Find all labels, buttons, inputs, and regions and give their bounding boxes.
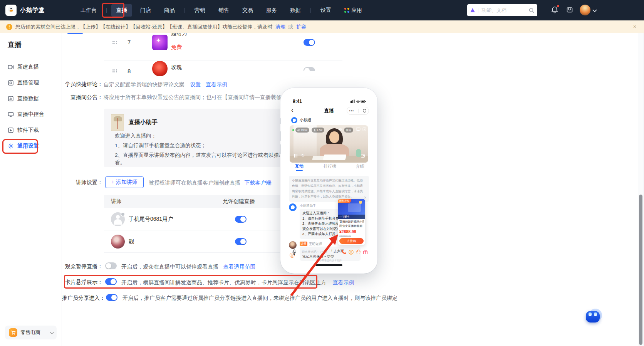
divider — [6, 323, 55, 323]
nav-item-workbench[interactable]: 工作台 — [75, 4, 102, 17]
chevron-down-icon[interactable] — [592, 8, 597, 12]
teacher-name: 王昭老师 — [309, 242, 322, 246]
sidebar-item-label: 通用设置 — [17, 143, 39, 149]
avatar — [111, 235, 125, 249]
gift-toggle[interactable] — [304, 67, 315, 74]
rotate-icon[interactable]: ↻ — [301, 153, 305, 158]
promoter-desc: 开启后，推广员客户需要通过所属推广员分享链接进入直播间，未绑定推广员的用户进入直… — [122, 295, 397, 302]
allow-create-toggle[interactable] — [235, 216, 247, 223]
chat-input[interactable]: 说点什么吧～ 问 — [300, 249, 330, 255]
sidebar-item-live-manage[interactable]: 直播管理 — [0, 76, 62, 89]
floating-product-card[interactable]: ✕ 限时折扣 •••讲解中 直播标题近现代中国 商业史直播标题超 ¥2888.9… — [338, 199, 365, 245]
promoter-toggle[interactable] — [106, 294, 117, 301]
tab-ranking[interactable]: 排行榜 — [324, 163, 336, 169]
call-icon[interactable] — [341, 249, 347, 255]
search-icon[interactable] — [529, 8, 534, 13]
card-float-desc: 开启后，横屏直播间讲解发送商品、推荐卡片、优惠券时，卡片悬浮显示在讨论区上方 — [121, 279, 326, 286]
brand-logo-icon — [5, 5, 17, 16]
chevron-down-icon — [50, 330, 54, 334]
pause-icon[interactable] — [294, 154, 297, 158]
cast-icon[interactable] — [356, 127, 361, 131]
pause-scope-link[interactable]: 查看适用范围 — [223, 264, 255, 270]
global-search[interactable]: 功能、文档 — [467, 4, 537, 16]
workspace-label: 零售电商 — [20, 329, 50, 336]
expand-link[interactable]: 扩容 — [296, 24, 306, 30]
nav-item-marketing[interactable]: 营销 — [190, 4, 210, 17]
user-avatar[interactable] — [580, 5, 590, 15]
add-lecturer-button[interactable]: + 添加讲师 — [105, 176, 144, 188]
nav-item-trade[interactable]: 交易 — [237, 4, 258, 17]
sidebar-item-live-console[interactable]: 直播中控台 — [0, 108, 62, 121]
nav-item-store[interactable]: 门店 — [135, 4, 156, 17]
banner-text: 您店铺的素材空间已达上限，【上传】【在线设计】【回收站-还原】【班课、直播回放使… — [15, 24, 308, 30]
notification-bell-icon[interactable] — [551, 6, 558, 14]
nav-item-sales[interactable]: 销售 — [213, 4, 234, 17]
gift-box-icon[interactable] — [363, 249, 368, 255]
gift-image — [152, 61, 168, 76]
quality-badge[interactable]: 原画 — [344, 128, 353, 133]
people-badge: 1.5w — [312, 128, 324, 133]
quick-comment-label: 学员快捷评论： — [62, 81, 103, 88]
nav-item-goods[interactable]: 商品 — [159, 4, 180, 17]
fullscreen-icon[interactable] — [361, 153, 365, 158]
speaker-icon[interactable] — [338, 127, 342, 131]
scrollbar-track[interactable] — [638, 33, 643, 346]
sidebar-item-new-live[interactable]: 新建直播 — [0, 60, 62, 74]
store-icon[interactable] — [566, 6, 573, 13]
sidebar-item-software-download[interactable]: 软件下载 — [0, 124, 62, 137]
banner-close-icon[interactable]: × — [633, 24, 636, 30]
nav-item-live[interactable]: 直播 — [111, 4, 132, 17]
more-icon[interactable]: ••• — [334, 250, 339, 254]
tab-interaction[interactable]: 互动 — [295, 163, 304, 169]
download-client-link[interactable]: 下载客户端 — [244, 180, 271, 186]
sidebar-item-general-settings[interactable]: 通用设置 — [0, 139, 62, 153]
card-float-example-link[interactable]: 查看示例 — [332, 279, 354, 286]
product-title-line1: 直播标题近现代中国 — [339, 220, 364, 224]
shop-bag-icon[interactable] — [356, 249, 361, 255]
quick-comment-example-link[interactable]: 查看示例 — [206, 81, 227, 87]
tab-intro[interactable]: 介绍 — [356, 163, 364, 169]
views-badge: 150w — [295, 128, 309, 133]
ai-assistant-button[interactable] — [585, 309, 602, 325]
gift-toggle[interactable] — [304, 39, 315, 46]
product-price: ¥2888.99 — [339, 229, 356, 234]
gift-price: 免费 — [171, 44, 182, 51]
nav-item-settings[interactable]: 设置 — [315, 4, 336, 17]
drag-handle-icon[interactable] — [112, 41, 117, 44]
nav-item-apps[interactable]: 应用 — [339, 4, 367, 17]
reward-gift-icon[interactable]: 赏 — [349, 250, 354, 255]
compliance-notice: 小鹅通直播内容及互动评论严禁传播违法违规、低俗 色情、造谣诈骗等不良有害信息。如… — [289, 176, 369, 202]
miniprogram-capsule[interactable]: ••• — [347, 107, 369, 115]
pause-toggle[interactable] — [105, 262, 117, 269]
scrollbar-thumb[interactable] — [639, 195, 642, 345]
phone-bottom-bar: 说点什么吧～ 问 ••• 赏 — [280, 249, 377, 257]
quick-comment-set-link[interactable]: 设置 — [190, 81, 201, 87]
sidebar-item-live-data[interactable]: 直播数据 — [0, 92, 62, 105]
nav-item-service[interactable]: 服务 — [261, 4, 282, 17]
workspace-switcher[interactable]: 零售电商 — [5, 326, 57, 339]
allow-create-toggle[interactable] — [235, 238, 247, 245]
announcement-line: 2、直播界面显示讲师发布的内容，道友发言可以在讨论区进行或者以弹幕形 — [115, 152, 289, 159]
search-input[interactable]: 功能、文档 — [481, 7, 529, 14]
product-original-price: ¥58888.00 — [339, 235, 351, 237]
live-video-player[interactable]: 150w 1.5w 原画 ↻ — [290, 125, 368, 163]
clean-link[interactable]: 清理 — [275, 24, 285, 30]
discount-badge: 限时折扣 — [338, 199, 351, 203]
gift-name-clipped: 超给力 — [171, 33, 187, 38]
drag-handle-icon[interactable] — [112, 69, 117, 73]
phone-preview: 9:41 ‹ 直播 ••• 小鹅通 150w 1.5w 原画 — [280, 88, 377, 274]
nav-item-data[interactable]: 数据 — [285, 4, 306, 17]
brand-name: 小鹅学堂 — [20, 7, 45, 14]
more-dots-icon[interactable]: ••• — [349, 109, 354, 113]
mic-icon[interactable] — [292, 249, 297, 255]
phone-footer: ◎ 小鹅通提供技术支持 — [280, 259, 377, 262]
buy-now-button[interactable]: 去抢购 — [339, 238, 364, 244]
download-icon — [8, 127, 14, 133]
card-close-icon[interactable]: ✕ — [364, 196, 367, 200]
home-indicator — [315, 264, 342, 266]
card-float-toggle[interactable] — [105, 278, 117, 285]
capsule-close-icon[interactable] — [363, 109, 366, 113]
gear-icon — [8, 143, 14, 149]
menu-icon[interactable] — [362, 127, 366, 131]
teacher-avatar — [289, 241, 297, 249]
